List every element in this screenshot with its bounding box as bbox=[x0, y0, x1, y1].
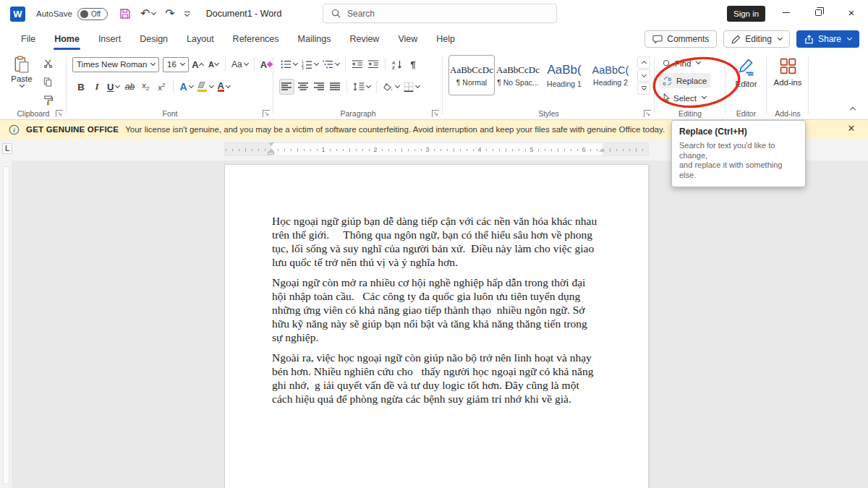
restore-icon bbox=[815, 9, 822, 16]
document-text[interactable]: Học ngoại ngữ giúp bạn dễ dàng tiếp cận … bbox=[272, 214, 606, 412]
styles-gallery-more[interactable] bbox=[637, 82, 650, 95]
bullets-button[interactable] bbox=[279, 56, 299, 72]
text-line: ghi nhớ, g iải quyết vấn đề và tư duy lo… bbox=[272, 378, 606, 392]
align-center-icon bbox=[298, 82, 309, 91]
autosave-toggle[interactable]: Off bbox=[77, 8, 108, 20]
font-size-select[interactable]: 16 bbox=[163, 57, 189, 72]
decrease-indent-button[interactable] bbox=[350, 56, 365, 72]
sort-icon: AZ bbox=[392, 60, 403, 69]
style-name: ¶ Normal bbox=[456, 78, 487, 87]
italic-button[interactable]: I bbox=[90, 79, 104, 95]
multilevel-list-button[interactable] bbox=[321, 56, 341, 72]
sign-in-button[interactable]: Sign in bbox=[727, 6, 765, 22]
style-normal[interactable]: AaBbCcDc ¶ Normal bbox=[448, 55, 495, 95]
style-heading-2[interactable]: AaBbC( Heading 2 bbox=[587, 55, 634, 95]
shrink-font-button[interactable]: A bbox=[206, 56, 221, 72]
restore-button[interactable] bbox=[806, 0, 830, 25]
editing-mode-button[interactable]: Editing bbox=[723, 30, 790, 48]
comments-button[interactable]: Comments bbox=[644, 30, 717, 48]
share-button[interactable]: Share bbox=[796, 30, 859, 48]
tab-references[interactable]: References bbox=[224, 27, 289, 51]
editor-button[interactable]: Editor bbox=[726, 58, 767, 88]
strikethrough-button[interactable]: ab bbox=[122, 79, 137, 95]
styles-scroll-down[interactable] bbox=[637, 69, 650, 82]
collapse-ribbon-button[interactable] bbox=[848, 103, 855, 114]
editing-group-label: Editing bbox=[655, 109, 726, 118]
bold-button[interactable]: B bbox=[74, 79, 88, 95]
first-line-indent-marker[interactable] bbox=[268, 142, 274, 155]
style-name: Heading 1 bbox=[547, 80, 582, 88]
group-styles: AaBbCcDc ¶ Normal AaBbCcDc ¶ No Spac... … bbox=[443, 51, 655, 120]
subscript-button[interactable]: x2 bbox=[138, 79, 153, 95]
line-spacing-button[interactable] bbox=[352, 79, 372, 95]
customize-toolbar-icon[interactable] bbox=[184, 12, 190, 17]
font-name-select[interactable]: Times New Roman bbox=[72, 57, 159, 72]
close-button[interactable]: × bbox=[839, 0, 864, 25]
clipboard-dialog-launcher[interactable]: ↘ bbox=[56, 110, 63, 117]
svg-text:b: b bbox=[668, 76, 672, 82]
tab-layout[interactable]: Layout bbox=[177, 27, 224, 51]
banner-title: GET GENUINE OFFICE bbox=[26, 125, 119, 134]
justify-button[interactable] bbox=[328, 79, 342, 95]
group-font: Times New Roman 16 A A Aa A B I U ab x2 … bbox=[67, 51, 273, 120]
align-left-button[interactable] bbox=[279, 79, 294, 95]
tab-view[interactable]: View bbox=[388, 27, 427, 51]
numbering-button[interactable]: 1.2.3. bbox=[300, 56, 320, 72]
style-heading-1[interactable]: AaBb( Heading 1 bbox=[541, 55, 587, 95]
share-icon bbox=[804, 35, 814, 44]
align-center-button[interactable] bbox=[296, 79, 310, 95]
find-button[interactable]: Find bbox=[659, 56, 710, 71]
tab-file[interactable]: File bbox=[12, 27, 45, 51]
replace-label: Replace bbox=[676, 77, 707, 85]
minimize-button[interactable] bbox=[774, 0, 799, 25]
align-right-button[interactable] bbox=[312, 79, 326, 95]
font-dialog-launcher[interactable]: ↘ bbox=[263, 110, 270, 117]
tab-help[interactable]: Help bbox=[427, 27, 464, 51]
tab-home[interactable]: Home bbox=[45, 27, 89, 51]
vertical-ruler[interactable] bbox=[0, 160, 12, 488]
grow-font-button[interactable]: A bbox=[190, 56, 205, 72]
underline-button[interactable]: U bbox=[106, 79, 121, 95]
change-case-button[interactable]: Aa bbox=[230, 56, 250, 72]
superscript-button[interactable]: x2 bbox=[154, 79, 169, 95]
autosave-control[interactable]: AutoSave Off bbox=[36, 8, 108, 20]
document-page[interactable]: Học ngoại ngữ giúp bạn dễ dàng tiếp cận … bbox=[224, 164, 649, 488]
redo-button[interactable]: ↷ bbox=[165, 8, 174, 20]
horizontal-ruler[interactable]: 123456 bbox=[224, 142, 649, 156]
cut-button[interactable] bbox=[41, 55, 55, 71]
editing-mode-label: Editing bbox=[745, 34, 772, 44]
highlight-color-button[interactable] bbox=[196, 79, 215, 95]
paste-button[interactable]: Paste bbox=[6, 56, 38, 88]
paragraph-dialog-launcher[interactable]: ↘ bbox=[432, 110, 439, 117]
font-color-button[interactable]: A bbox=[216, 79, 231, 95]
save-icon[interactable] bbox=[119, 8, 131, 20]
tab-review[interactable]: Review bbox=[340, 27, 388, 51]
search-input[interactable]: Search bbox=[323, 4, 557, 23]
select-button[interactable]: Select bbox=[659, 90, 710, 106]
text-effects-button[interactable]: A bbox=[178, 79, 194, 95]
ruler-inch-number: 3 bbox=[425, 146, 429, 153]
tab-mailings[interactable]: Mailings bbox=[289, 27, 341, 51]
replace-tooltip: Replace (Ctrl+H) Search for text you'd l… bbox=[671, 120, 806, 187]
undo-button[interactable]: ↶ bbox=[140, 8, 156, 20]
tab-insert[interactable]: Insert bbox=[89, 27, 130, 51]
replace-icon: bc bbox=[663, 76, 673, 86]
borders-button[interactable] bbox=[402, 79, 421, 95]
search-icon bbox=[331, 9, 341, 18]
tab-stop-selector[interactable]: L bbox=[2, 143, 12, 154]
addins-button[interactable]: Add-ins bbox=[767, 58, 809, 87]
styles-dialog-launcher[interactable]: ↘ bbox=[644, 110, 651, 117]
sort-button[interactable]: AZ bbox=[390, 56, 404, 72]
increase-indent-button[interactable] bbox=[366, 56, 380, 72]
replace-button[interactable]: bc Replace bbox=[659, 73, 710, 88]
style-no-spacing[interactable]: AaBbCcDc ¶ No Spac... bbox=[495, 55, 541, 95]
clear-formatting-button[interactable]: A bbox=[259, 56, 273, 72]
banner-close-icon[interactable]: ✕ bbox=[845, 123, 858, 134]
format-painter-button[interactable] bbox=[41, 93, 55, 108]
copy-button[interactable] bbox=[41, 74, 55, 90]
show-formatting-button[interactable]: ¶ bbox=[406, 56, 420, 72]
tab-design[interactable]: Design bbox=[130, 27, 177, 51]
shading-button[interactable] bbox=[381, 79, 401, 95]
styles-scroll-up[interactable] bbox=[637, 56, 650, 69]
bullet-list-icon bbox=[281, 60, 292, 69]
